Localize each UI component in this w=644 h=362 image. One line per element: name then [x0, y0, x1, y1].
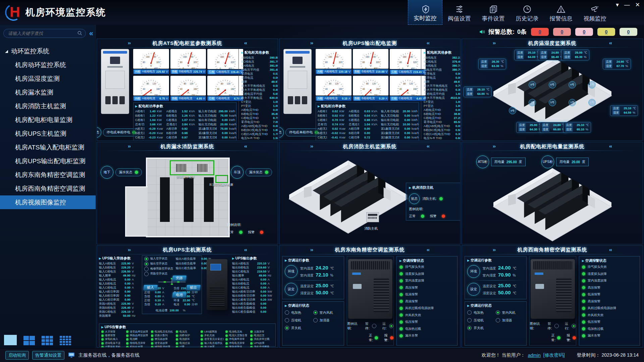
param-label: 输出B相电流	[232, 282, 255, 286]
panel-collapse-left-icon[interactable]: ››	[310, 247, 313, 252]
change-password-link[interactable]: [修改密码]	[543, 352, 565, 358]
layout-cell	[63, 341, 65, 343]
sidebar-item-10[interactable]: 机房西南角精密空调监测	[0, 182, 96, 195]
search-input[interactable]	[3, 29, 86, 38]
param-label: 最大不平衡线电压	[241, 84, 268, 88]
panel-collapse-right-icon[interactable]: ‹‹	[244, 40, 247, 46]
layout-16-icon[interactable]	[60, 336, 71, 345]
status-dot	[201, 330, 203, 333]
sidebar-item-9[interactable]: 机房东南角精密空调监测	[0, 168, 96, 182]
param-label: AB线电压	[241, 56, 268, 60]
alarm-notify-settings-button[interactable]: 告警通知设置	[32, 351, 64, 360]
param-label: 输入B相功率因数	[99, 294, 119, 298]
param-row: C相(CA线)电压THD0.30	[424, 132, 460, 136]
panel-collapse-right-icon[interactable]: ‹‹	[609, 247, 612, 252]
param-label: 频率	[241, 80, 268, 84]
alarm-badge-5[interactable]: 0	[620, 28, 637, 36]
panel-collapse-right-icon[interactable]: ‹‹	[427, 143, 429, 149]
ups-alarm-label: 烟雾报警	[105, 334, 115, 337]
param-value: 49.97	[268, 80, 278, 84]
svg-text:120: 120	[372, 82, 376, 85]
status-dot	[399, 300, 403, 303]
nav-tab-2[interactable]: 阀值设置	[442, 0, 476, 25]
sidebar-item-8[interactable]: 机房UPS输出配电柜监测	[0, 154, 96, 168]
panel-collapse-left-icon[interactable]: ››	[310, 143, 313, 149]
panel-collapse-right-icon[interactable]: ‹‹	[427, 40, 429, 46]
param-label: 总视在功率	[349, 122, 359, 126]
current-user-link[interactable]: admin	[528, 353, 541, 358]
panel-collapse-right-icon[interactable]: ‹‹	[609, 40, 612, 46]
param-value: 1.00	[450, 100, 461, 104]
nav-tab-6[interactable]: 视频监控	[578, 0, 612, 25]
gauge-block: 080160240320400VC相C相相电压219.49V	[390, 49, 426, 74]
param-unit: kvarh	[229, 127, 237, 131]
param-label: 输入B相电流	[99, 282, 119, 286]
param-row: C相功率因数0.97	[166, 135, 197, 139]
panel-collapse-left-icon[interactable]: ››	[128, 143, 130, 149]
aircon-alarm-item: 室内温度故障	[582, 278, 637, 285]
start-polling-button[interactable]: 启动轮询	[5, 351, 29, 360]
panel-collapse-right-icon[interactable]: ‹‹	[244, 247, 247, 252]
sidebar-item-2[interactable]: 机房温湿度监测	[0, 72, 96, 85]
panel-collapse-left-icon[interactable]: ››	[493, 40, 495, 46]
sidebar-item-6[interactable]: 机房UPS主机监测	[0, 127, 96, 140]
param-value: 1.04	[145, 118, 156, 122]
section-title: ▶ 配电柜其他参数	[241, 50, 278, 55]
legend-label: 图例说明:	[530, 321, 541, 331]
nav-tab-3[interactable]: 事件设置	[476, 0, 510, 25]
aircon-alarm-item: 低压报警	[399, 319, 454, 326]
window-menu-icon[interactable]: ▾	[616, 2, 619, 8]
alarm-badge-1[interactable]: 0	[531, 28, 549, 36]
alarm-badge-4[interactable]: 0	[597, 28, 615, 36]
sidebar-item-7[interactable]: 机房ATS输入配电柜监测	[0, 140, 96, 154]
window-close-icon[interactable]: ✕	[635, 2, 640, 8]
panel-collapse-right-icon[interactable]: ‹‹	[609, 143, 612, 149]
layout-1-icon[interactable]	[4, 335, 17, 345]
temp-value: 25.00	[572, 51, 582, 55]
layout-cell	[46, 336, 49, 339]
alarm-badge-2[interactable]: 0	[553, 28, 571, 36]
nav-tab-label: 报警信息	[550, 15, 573, 22]
node-battery: 电池	[172, 292, 186, 298]
status-pill: 状态	[97, 127, 101, 138]
sidebar-item-11[interactable]: 机房视频图像监控	[0, 195, 96, 209]
panel-collapse-right-icon[interactable]: ‹‹	[244, 143, 247, 149]
sidebar-collapse-icon[interactable]: «	[89, 29, 92, 38]
gauge-dial: 080160240320400V	[207, 49, 243, 69]
section-title: ▶ UPS告警参数	[101, 325, 273, 329]
param-label: C相(CA线)电压THD	[241, 132, 268, 136]
panel-collapse-left-icon[interactable]: ››	[128, 247, 130, 252]
layout-9-icon[interactable]	[42, 336, 53, 345]
nav-tab-4[interactable]: 历史记录	[510, 0, 544, 25]
nav-tab-5[interactable]: 报警信息	[544, 0, 578, 25]
sidebar-item-1[interactable]: 机房动环监控系统	[0, 58, 96, 72]
panel-collapse-left-icon[interactable]: ››	[493, 247, 495, 252]
param-label: 零序电流	[424, 76, 450, 80]
aircon-alarm-item: 风机过载或电源故障	[399, 305, 454, 312]
aircon-param: 室内湿度72.10%	[300, 272, 341, 279]
aircon-alarm-label: 风机过载或电源故障	[405, 306, 434, 310]
layout-4-icon[interactable]	[23, 336, 35, 345]
aircon-alarm-label: 室内温度故障	[588, 279, 607, 283]
sidebar-item-5[interactable]: 机房配电柜电量监测	[0, 113, 96, 127]
param-row: 输入C相功率因数0.90	[99, 298, 140, 302]
ups-alarm-item: 主路异常	[250, 330, 273, 334]
ups-alarm-label: 逆变直流分量过大	[204, 338, 224, 341]
panel-collapse-right-icon[interactable]: ‹‹	[427, 247, 429, 252]
param-value: 1.60	[450, 92, 461, 96]
nav-tab-1[interactable]: 实时监控	[408, 0, 442, 25]
panel-collapse-left-icon[interactable]: ››	[493, 143, 495, 149]
tree-root[interactable]: 动环监控系统	[0, 45, 96, 58]
panel-collapse-left-icon[interactable]: ››	[310, 40, 313, 46]
param-label: 输入有功电能	[199, 109, 217, 113]
param-label: C相无功功率	[318, 135, 327, 139]
sidebar-item-3[interactable]: 机房漏水监测	[0, 85, 96, 99]
panel-collapse-left-icon[interactable]: ››	[128, 40, 130, 46]
search-icon[interactable]	[77, 31, 83, 36]
window-minimize-icon[interactable]: —	[624, 2, 630, 8]
param-value: 0.00	[450, 76, 461, 80]
param-value: 0.30	[450, 132, 461, 136]
breaker-label: 输入空开状态	[150, 257, 167, 261]
alarm-badge-3[interactable]: 0	[575, 28, 593, 36]
sidebar-item-4[interactable]: 机房消防主机监测	[0, 99, 96, 113]
